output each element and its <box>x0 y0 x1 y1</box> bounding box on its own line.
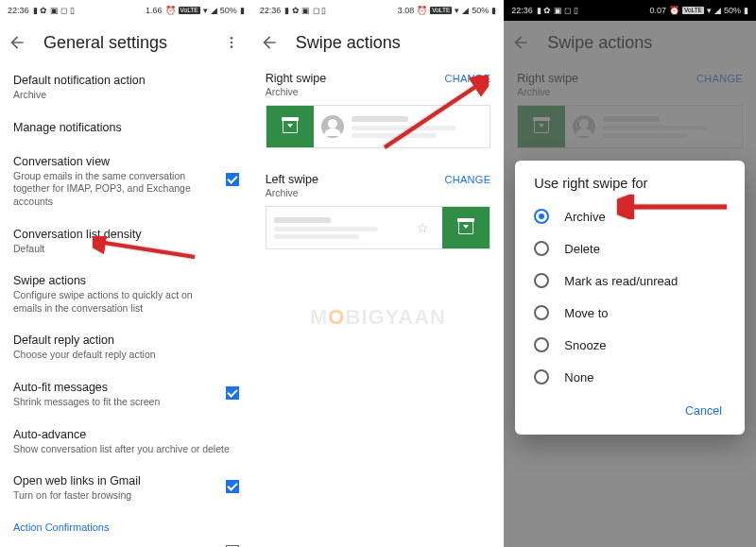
status-time: 22:36 <box>260 6 282 15</box>
row-sub: Archive <box>13 89 239 102</box>
volte-badge: VoLTE <box>179 7 200 14</box>
app-bar: General settings <box>0 21 252 64</box>
avatar-icon <box>321 115 344 138</box>
status-battery: 50% <box>220 6 237 15</box>
radio-icon <box>534 209 549 224</box>
radio-icon <box>534 369 549 385</box>
row-sub: Group emails in the same conversation to… <box>13 170 202 209</box>
row-list-density[interactable]: Conversation list density Default <box>0 218 252 265</box>
row-default-reply[interactable]: Default reply action Choose your default… <box>0 324 252 371</box>
wifi-icon: ▾ <box>455 6 459 15</box>
status-data: 1.66 <box>146 6 163 15</box>
row-sub: Configure swipe actions to quickly act o… <box>13 289 221 315</box>
svg-point-0 <box>230 37 232 40</box>
right-swipe-label: Right swipe <box>266 72 327 85</box>
battery-icon: ▮ <box>240 6 245 15</box>
email-placeholder-lines <box>352 116 483 138</box>
row-label: Conversation list density <box>13 228 239 241</box>
alarm-icon: ⏰ <box>417 6 427 15</box>
svg-point-2 <box>230 45 232 48</box>
battery-icon: ▮ <box>744 6 748 15</box>
row-label: Auto-advance <box>13 428 239 441</box>
row-conversation-view[interactable]: Conversation view Group emails in the sa… <box>0 145 252 218</box>
overflow-menu-icon[interactable] <box>218 29 245 56</box>
page-title: General settings <box>43 33 167 53</box>
panel-swipe-dialog: 22:36 ▮ ✿ ▣ ◻ ▯ 0.07 ⏰ VoLTE ▾ ◢ 50% ▮ S… <box>504 0 756 547</box>
status-bar: 22:36 ▮ ✿ ▣ ◻ ▯ 3.08 ⏰ VoLTE ▾ ◢ 50% ▮ <box>252 0 505 21</box>
row-label: Swipe actions <box>13 274 239 287</box>
battery-icon: ▮ <box>491 6 496 15</box>
cancel-button[interactable]: Cancel <box>678 399 730 423</box>
archive-action-tile <box>442 207 490 248</box>
row-auto-advance[interactable]: Auto-advance Show conversation list afte… <box>0 419 252 466</box>
option-none[interactable]: None <box>515 361 745 393</box>
radio-icon <box>534 273 549 288</box>
alarm-icon: ⏰ <box>669 6 679 15</box>
row-sub: Shrink messages to fit the screen <box>13 396 239 409</box>
volte-badge: VoLTE <box>430 7 452 14</box>
row-sub: Choose your default reply action <box>13 349 239 362</box>
wifi-icon: ▾ <box>203 6 208 15</box>
row-label: Auto-fit messages <box>13 381 239 394</box>
checkbox-conversation-view[interactable] <box>226 173 239 190</box>
email-placeholder-lines <box>274 217 410 239</box>
option-label: Mark as read/unread <box>564 274 678 288</box>
row-confirm-delete[interactable]: Confirm before deleting <box>0 537 252 547</box>
signal-icon: ◢ <box>211 6 217 15</box>
checkbox-open-web[interactable] <box>226 480 239 497</box>
row-label: Open web links in Gmail <box>13 474 239 487</box>
archive-icon <box>283 120 298 133</box>
panel-swipe-actions: 22:36 ▮ ✿ ▣ ◻ ▯ 3.08 ⏰ VoLTE ▾ ◢ 50% ▮ S… <box>252 0 505 547</box>
radio-icon <box>534 337 549 352</box>
right-swipe-value: Archive <box>266 86 491 97</box>
watermark: MOBIGYAAN <box>310 305 446 330</box>
status-data: 0.07 <box>649 6 666 15</box>
wifi-icon: ▾ <box>707 6 712 15</box>
row-swipe-actions[interactable]: Swipe actions Configure swipe actions to… <box>0 265 252 324</box>
option-mark-read-unread[interactable]: Mark as read/unread <box>515 265 745 297</box>
section-action-confirmations: Action Confirmations <box>0 512 252 537</box>
change-left-swipe-button[interactable]: CHANGE <box>444 174 490 185</box>
option-label: None <box>564 370 593 385</box>
row-manage-notifications[interactable]: Manage notifications <box>0 111 252 145</box>
archive-action-tile <box>266 106 314 147</box>
status-time: 22:36 <box>511 6 533 15</box>
status-bar: 22:36 ▮ ✿ ▣ ◻ ▯ 0.07 ⏰ VoLTE ▾ ◢ 50% ▮ <box>504 0 756 21</box>
option-label: Snooze <box>564 338 606 352</box>
row-default-notification[interactable]: Default notification action Archive <box>0 64 252 111</box>
signal-icon: ◢ <box>462 6 469 15</box>
right-swipe-dialog: Use right swipe for Archive Delete Mark … <box>515 161 745 435</box>
row-label: Conversation view <box>13 155 239 168</box>
status-data: 3.08 <box>398 6 415 15</box>
option-snooze[interactable]: Snooze <box>515 329 745 361</box>
archive-icon <box>458 221 473 234</box>
status-battery: 50% <box>472 6 489 15</box>
row-sub: Show conversation list after you archive… <box>13 443 239 456</box>
row-autofit[interactable]: Auto-fit messages Shrink messages to fit… <box>0 371 252 419</box>
star-icon: ☆ <box>417 220 429 235</box>
option-delete[interactable]: Delete <box>515 232 745 265</box>
row-open-web-links[interactable]: Open web links in Gmail Turn on for fast… <box>0 465 252 512</box>
status-bar: 22:36 ▮ ✿ ▣ ◻ ▯ 1.66 ⏰ VoLTE ▾ ◢ 50% ▮ <box>0 0 252 21</box>
row-sub: Default <box>13 243 239 256</box>
status-icons-left: ▮ ✿ ▣ ◻ ▯ <box>537 6 578 15</box>
dialog-title: Use right swipe for <box>515 176 745 200</box>
option-archive[interactable]: Archive <box>515 200 745 232</box>
change-right-swipe-button[interactable]: CHANGE <box>444 73 490 84</box>
section-left-swipe: Left swipe CHANGE Archive ☆ <box>252 165 505 266</box>
row-sub: Turn on for faster browsing <box>13 489 239 503</box>
alarm-icon: ⏰ <box>165 6 176 15</box>
radio-icon <box>534 241 549 256</box>
radio-icon <box>534 305 549 320</box>
back-icon[interactable] <box>8 33 26 52</box>
checkbox-autofit[interactable] <box>226 386 239 403</box>
option-label: Delete <box>564 242 600 256</box>
left-swipe-label: Left swipe <box>266 173 318 186</box>
panel-general-settings: 22:36 ▮ ✿ ▣ ◻ ▯ 1.66 ⏰ VoLTE ▾ ◢ 50% ▮ G… <box>0 0 252 547</box>
section-right-swipe: Right swipe CHANGE Archive <box>252 64 505 165</box>
row-label: Default notification action <box>13 74 239 87</box>
option-move-to[interactable]: Move to <box>515 297 745 329</box>
row-label: Manage notifications <box>13 121 239 134</box>
row-label: Default reply action <box>13 333 239 347</box>
back-icon[interactable] <box>260 33 279 52</box>
